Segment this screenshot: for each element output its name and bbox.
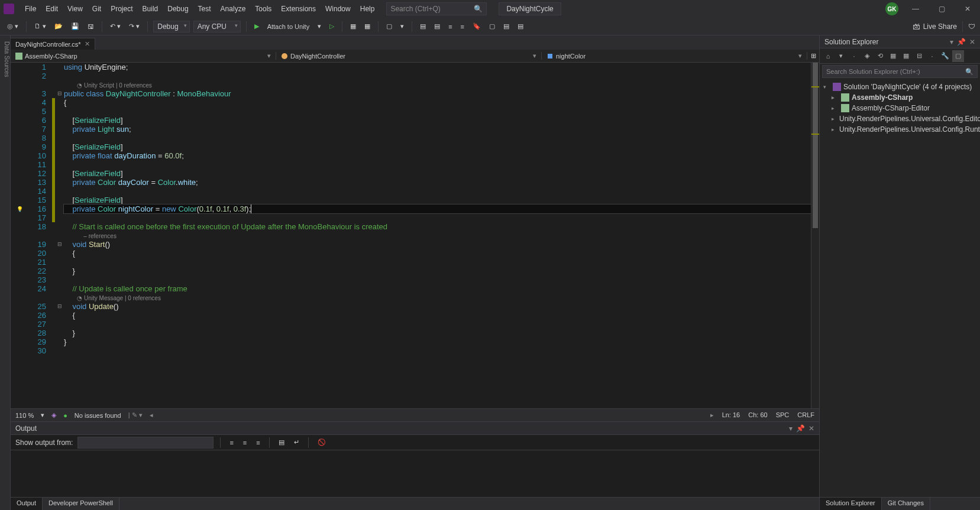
sync-icon[interactable]: ⟲ (874, 50, 886, 62)
outlining-column[interactable]: ⊟⊟⊟ (55, 63, 64, 408)
new-button[interactable]: 🗋 ▾ (32, 21, 48, 31)
collapse-icon[interactable]: ⊟ (913, 50, 925, 62)
close-icon[interactable]: ✕ (85, 40, 90, 48)
zoom-level[interactable]: 110 % (15, 412, 34, 419)
save-all-button[interactable]: 🖫 (85, 22, 96, 31)
back-nav-button[interactable]: ◎ ▾ (5, 21, 21, 31)
tool-icon[interactable]: ≡ (446, 22, 454, 31)
menu-item-build[interactable]: Build (138, 5, 163, 13)
run-button[interactable]: Attach to Unity (265, 22, 312, 31)
expand-icon[interactable]: ▸ (832, 95, 839, 100)
prev-issue-button[interactable]: ◂ (150, 411, 153, 419)
zoom-dropdown-icon[interactable]: ▾ (41, 411, 44, 419)
window-position-icon[interactable]: ▾ (789, 424, 793, 433)
close-icon[interactable]: ✕ (969, 38, 975, 46)
home-icon[interactable]: ⌂ (822, 50, 834, 62)
run-dropdown[interactable]: ▾ (315, 21, 324, 31)
tool-icon[interactable]: ≡ (241, 438, 249, 447)
menu-item-help[interactable]: Help (355, 5, 380, 13)
health-icon[interactable]: ◈ (51, 411, 56, 419)
solution-node[interactable]: ▾ Solution 'DayNightCycle' (4 of 4 proje… (821, 82, 979, 92)
tool-icon[interactable]: ▦ (362, 21, 373, 31)
tool-icon[interactable]: ▤ (418, 21, 428, 31)
tool-icon[interactable]: · (848, 50, 860, 62)
menu-item-extensions[interactable]: Extensions (276, 5, 321, 13)
menu-item-view[interactable]: View (63, 5, 88, 13)
tool-icon[interactable]: ▦ (900, 50, 912, 62)
explorer-search-box[interactable]: Search Solution Explorer (Ctrl+:) 🔍 (822, 65, 978, 78)
expand-icon[interactable]: ▸ (832, 116, 835, 122)
nav-member-dropdown[interactable]: nightColor ▾ (542, 52, 807, 60)
pin-icon[interactable]: 📌 (796, 424, 805, 433)
open-button[interactable]: 📂 (52, 21, 65, 31)
pin-icon[interactable]: 📌 (957, 38, 966, 46)
menu-item-tools[interactable]: Tools (250, 5, 276, 13)
expand-icon[interactable]: ▾ (823, 84, 830, 90)
split-button[interactable]: ⊞ (807, 52, 819, 60)
tool-icon[interactable]: ▤ (515, 21, 526, 31)
minimize-button[interactable]: — (907, 5, 924, 13)
solution-tree[interactable]: ▾ Solution 'DayNightCycle' (4 of 4 proje… (820, 79, 980, 137)
menu-item-window[interactable]: Window (321, 5, 355, 13)
config-dropdown[interactable]: Debug (153, 21, 189, 33)
tool-icon[interactable]: ▦ (348, 21, 358, 31)
nav-project-dropdown[interactable]: Assembly-CSharp ▾ (11, 52, 276, 60)
word-wrap-icon[interactable]: ↵ (292, 437, 302, 447)
project-node[interactable]: ▸Unity.RenderPipelines.Universal.Config.… (821, 113, 979, 124)
live-share-button[interactable]: Live Share (923, 22, 957, 31)
close-button[interactable]: ✕ (959, 5, 976, 13)
platform-dropdown[interactable]: Any CPU (193, 21, 241, 33)
issues-label[interactable]: No issues found (75, 412, 121, 419)
menu-item-analyze[interactable]: Analyze (216, 5, 251, 13)
undo-button[interactable]: ↶ ▾ (108, 21, 123, 31)
clear-icon[interactable]: 🚫 (315, 437, 328, 447)
menu-item-file[interactable]: File (20, 5, 41, 13)
tool-icon[interactable]: ▢ (487, 21, 497, 31)
git-changes-tab[interactable]: Git Changes (882, 498, 930, 510)
project-node[interactable]: ▸Unity.RenderPipelines.Universal.Config.… (821, 124, 979, 135)
menu-item-git[interactable]: Git (88, 5, 106, 13)
nav-class-dropdown[interactable]: DayNightController ▾ (276, 52, 542, 60)
tool-icon[interactable]: · (926, 50, 938, 62)
menu-item-project[interactable]: Project (106, 5, 137, 13)
code-editor[interactable]: 💡 12345678910111213141516171819202122232… (11, 63, 819, 408)
tool-icon[interactable]: ▦ (887, 50, 899, 62)
powershell-tab[interactable]: Developer PowerShell (43, 498, 119, 510)
menu-item-debug[interactable]: Debug (163, 5, 193, 13)
close-icon[interactable]: ✕ (808, 424, 814, 433)
output-source-dropdown[interactable] (77, 437, 214, 449)
save-button[interactable]: 💾 (69, 21, 82, 31)
tool-icon[interactable]: ≡ (458, 22, 467, 31)
maximize-button[interactable]: ▢ (933, 5, 950, 13)
tool-icon[interactable]: ▤ (432, 21, 442, 31)
expand-icon[interactable]: ▸ (832, 126, 835, 132)
line-ending-mode[interactable]: CRLF (797, 411, 814, 419)
redo-button[interactable]: ↷ ▾ (127, 21, 142, 31)
tool-icon[interactable]: ▤ (276, 437, 287, 447)
indent-mode[interactable]: SPC (776, 411, 790, 419)
menu-item-edit[interactable]: Edit (41, 5, 63, 13)
side-toolwindow-tab[interactable]: Data Sources (0, 35, 11, 510)
tool-icon[interactable]: | ✎ ▾ (128, 411, 143, 419)
project-node[interactable]: ▸Assembly-CSharp-Editor (821, 103, 979, 113)
admin-icon[interactable]: 🛡 (968, 22, 975, 31)
menu-item-test[interactable]: Test (193, 5, 216, 13)
tool-icon[interactable]: ▾ (398, 21, 406, 31)
window-position-icon[interactable]: ▾ (950, 38, 953, 46)
live-share-icon[interactable]: 🖄 (913, 22, 920, 31)
solution-explorer-tab[interactable]: Solution Explorer (820, 498, 882, 510)
code-text-area[interactable]: using UnityEngine; ◔ Unity Script | 0 re… (64, 63, 811, 408)
switch-views-icon[interactable]: ▾ (835, 50, 847, 62)
properties-icon[interactable]: 🔧 (939, 50, 951, 62)
start-without-debug-button[interactable]: ▷ (327, 21, 337, 31)
tool-icon[interactable]: ◈ (861, 50, 873, 62)
output-tab[interactable]: Output (11, 498, 43, 510)
output-text-area[interactable] (11, 450, 819, 497)
preview-icon[interactable]: ▢ (952, 50, 964, 62)
play-icon[interactable]: ▶ (252, 21, 261, 31)
quick-search-box[interactable]: Search (Ctrl+Q) 🔍 (386, 2, 487, 15)
file-tab[interactable]: DayNightController.cs* ✕ (11, 38, 95, 50)
scrollbar-thumb[interactable] (813, 63, 818, 228)
tool-icon[interactable]: ▤ (501, 21, 512, 31)
user-avatar[interactable]: GK (885, 2, 898, 15)
